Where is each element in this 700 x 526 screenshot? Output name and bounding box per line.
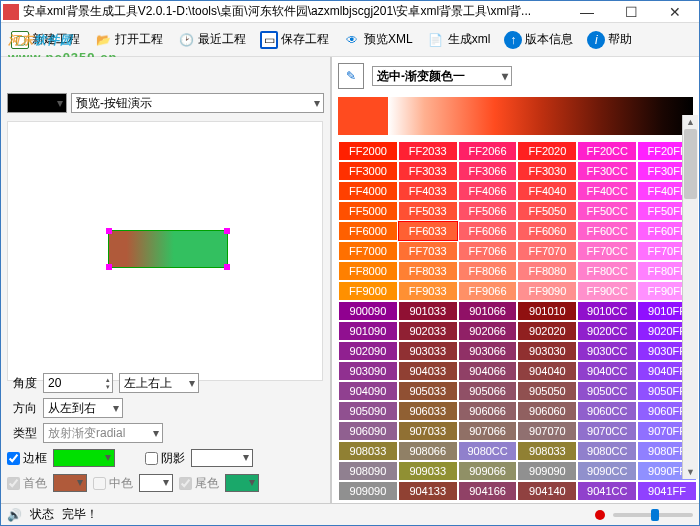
palette-cell[interactable]: 905033 (398, 381, 458, 401)
palette-cell[interactable]: FF60CC (577, 221, 637, 241)
version-button[interactable]: ↑版本信息 (498, 29, 579, 51)
palette-cell[interactable]: FF3066 (458, 161, 518, 181)
palette-cell[interactable]: FF3033 (398, 161, 458, 181)
palette-cell[interactable]: 901066 (458, 301, 518, 321)
palette-cell[interactable]: FF5066 (458, 201, 518, 221)
first-color-checkbox[interactable]: 首色 (7, 475, 47, 492)
close-button[interactable]: ✕ (653, 2, 697, 22)
sound-icon[interactable]: 🔊 (7, 508, 22, 522)
preview-canvas[interactable] (7, 121, 323, 381)
palette-cell[interactable]: FF5050 (517, 201, 577, 221)
help-button[interactable]: i帮助 (581, 29, 638, 51)
shadow-color-swatch[interactable] (191, 449, 253, 467)
palette-cell[interactable]: 902020 (517, 321, 577, 341)
save-project-button[interactable]: ▭保存工程 (254, 29, 335, 51)
palette-cell[interactable]: FF7066 (458, 241, 518, 261)
palette-cell[interactable]: 903030 (517, 341, 577, 361)
generate-xml-button[interactable]: 📄生成xml (421, 29, 497, 51)
gradient-rect[interactable] (108, 230, 228, 268)
palette-cell[interactable]: FF90CC (577, 281, 637, 301)
palette-cell[interactable]: 905066 (458, 381, 518, 401)
scroll-thumb[interactable] (684, 129, 697, 199)
palette-cell[interactable]: 9010CC (577, 301, 637, 321)
tail-color-checkbox[interactable]: 尾色 (179, 475, 219, 492)
palette-cell[interactable]: 9080CC (458, 441, 518, 461)
palette-cell[interactable]: 904090 (338, 381, 398, 401)
palette-cell[interactable]: FF70CC (577, 241, 637, 261)
record-icon[interactable] (595, 510, 605, 520)
palette-cell[interactable]: FF8033 (398, 261, 458, 281)
palette-cell[interactable]: FF5000 (338, 201, 398, 221)
palette-cell[interactable]: 903033 (398, 341, 458, 361)
palette-cell[interactable]: 9041CC (577, 481, 637, 501)
palette-cell[interactable]: 909066 (458, 461, 518, 481)
preview-color-dropdown[interactable] (7, 93, 67, 113)
shadow-checkbox[interactable]: 阴影 (145, 450, 185, 467)
palette-cell[interactable]: 905050 (517, 381, 577, 401)
scroll-up-icon[interactable]: ▲ (683, 115, 698, 129)
palette-cell[interactable]: FF50CC (577, 201, 637, 221)
palette-cell[interactable]: FF3000 (338, 161, 398, 181)
palette-cell[interactable]: 901090 (338, 321, 398, 341)
palette-cell[interactable]: 905090 (338, 401, 398, 421)
palette-cell[interactable]: FF8080 (517, 261, 577, 281)
palette-cell[interactable]: 907033 (398, 421, 458, 441)
palette-cell[interactable]: 906060 (517, 401, 577, 421)
palette-cell[interactable]: 9090CC (577, 461, 637, 481)
palette-cell[interactable]: FF2033 (398, 141, 458, 161)
border-color-swatch[interactable] (53, 449, 115, 467)
palette-cell[interactable]: FF8066 (458, 261, 518, 281)
palette-cell[interactable]: FF40CC (577, 181, 637, 201)
minimize-button[interactable]: — (565, 2, 609, 22)
palette-cell[interactable]: FF6000 (338, 221, 398, 241)
palette-cell[interactable]: 9050CC (577, 381, 637, 401)
palette-cell[interactable]: 9030CC (577, 341, 637, 361)
palette-cell[interactable]: 902066 (458, 321, 518, 341)
palette-cell[interactable]: FF7000 (338, 241, 398, 261)
new-project-button[interactable]: ▢新建工程 (5, 29, 86, 51)
palette-cell[interactable]: FF6066 (458, 221, 518, 241)
palette-cell[interactable]: FF9000 (338, 281, 398, 301)
palette-cell[interactable]: FF80CC (577, 261, 637, 281)
palette-cell[interactable]: 9041FF (637, 481, 697, 501)
palette-cell[interactable]: FF5033 (398, 201, 458, 221)
palette-cell[interactable]: FF2020 (517, 141, 577, 161)
palette-cell[interactable]: FF4066 (458, 181, 518, 201)
palette-cell[interactable]: FF30CC (577, 161, 637, 181)
palette-cell[interactable]: 904133 (398, 481, 458, 501)
gradient-spectrum[interactable] (388, 97, 693, 135)
palette-cell[interactable]: FF3030 (517, 161, 577, 181)
palette-cell[interactable]: 904040 (517, 361, 577, 381)
palette-cell[interactable]: FF20CC (577, 141, 637, 161)
palette-cell[interactable]: 909033 (398, 461, 458, 481)
gradient-target-dropdown[interactable]: 选中-渐变颜色一 (372, 66, 512, 86)
palette-cell[interactable]: 908066 (398, 441, 458, 461)
eyedropper-button[interactable]: ✎ (338, 63, 364, 89)
palette-cell[interactable]: FF2066 (458, 141, 518, 161)
palette-cell[interactable]: 9020CC (577, 321, 637, 341)
palette-cell[interactable]: 909090 (338, 481, 398, 501)
preview-mode-dropdown[interactable]: 预览-按钮演示 (71, 93, 324, 113)
palette-cell[interactable]: 907066 (458, 421, 518, 441)
palette-cell[interactable]: 9040CC (577, 361, 637, 381)
palette-cell[interactable]: FF2000 (338, 141, 398, 161)
palette-cell[interactable]: FF7070 (517, 241, 577, 261)
palette-cell[interactable]: FF6060 (517, 221, 577, 241)
type-dropdown[interactable]: 放射渐变radial (43, 423, 163, 443)
palette-cell[interactable]: 908033 (338, 441, 398, 461)
gradient-bar[interactable] (338, 97, 693, 135)
palette-cell[interactable]: 904066 (458, 361, 518, 381)
palette-cell[interactable]: 903066 (458, 341, 518, 361)
palette-cell[interactable]: FF4000 (338, 181, 398, 201)
palette-cell[interactable]: 903090 (338, 361, 398, 381)
angle-spinner[interactable]: 20 (43, 373, 113, 393)
palette-cell[interactable]: FF7033 (398, 241, 458, 261)
palette-cell[interactable]: 9070CC (577, 421, 637, 441)
palette-cell[interactable]: 902033 (398, 321, 458, 341)
palette-cell[interactable]: 904033 (398, 361, 458, 381)
palette-cell[interactable]: 9080CC (577, 441, 637, 461)
mid-color-swatch[interactable] (139, 474, 173, 492)
palette-cell[interactable]: 902090 (338, 341, 398, 361)
palette-cell[interactable]: FF8000 (338, 261, 398, 281)
palette-cell[interactable]: 909090 (517, 461, 577, 481)
